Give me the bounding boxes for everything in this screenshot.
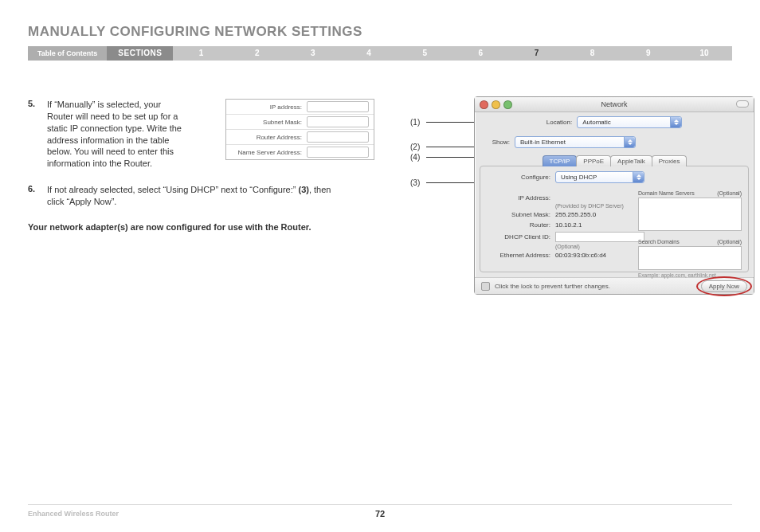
nav-item-9[interactable]: 9 <box>621 46 676 61</box>
nav-toc[interactable]: Table of Contents <box>28 46 107 61</box>
configure-select[interactable]: Using DHCP <box>555 171 644 183</box>
tab-bar: TCP/IP PPPoE AppleTalk Proxies <box>475 155 754 166</box>
nav-sections: SECTIONS <box>107 46 173 61</box>
location-select[interactable]: Automatic <box>577 116 682 128</box>
nav-item-4[interactable]: 4 <box>341 46 397 61</box>
search-domains-optional: (Optional) <box>717 239 742 244</box>
step-5-text: If “Manually” is selected, your Router w… <box>47 99 182 170</box>
ip-address-field[interactable] <box>307 101 369 112</box>
lock-text: Click the lock to prevent further change… <box>495 283 610 290</box>
ip-address-label2: IP Address: <box>487 194 555 201</box>
nav-item-8[interactable]: 8 <box>565 46 621 61</box>
step-5-number: 5. <box>28 99 47 170</box>
search-domains-example: Example: apple.com, earthlink.net <box>638 272 742 278</box>
dns-heading: Domain Name Servers <box>638 190 695 196</box>
router-value: 10.10.2.1 <box>555 221 643 229</box>
dns-optional: (Optional) <box>717 190 742 196</box>
nav-item-2[interactable]: 2 <box>229 46 285 61</box>
callout-4: (4) <box>410 153 420 162</box>
callout-3: (3) <box>410 178 420 187</box>
configure-label: Configure: <box>487 174 555 181</box>
section-nav: Table of Contents SECTIONS 1 2 3 4 5 6 7… <box>28 46 732 61</box>
nav-item-3[interactable]: 3 <box>285 46 341 61</box>
window-title: Network <box>475 100 754 108</box>
chevron-updown-icon <box>624 137 635 147</box>
window-statusbar: Click the lock to prevent further change… <box>475 277 754 294</box>
dhcp-client-id-label: DHCP Client ID: <box>487 233 555 241</box>
router-address-label: Router Address: <box>226 134 307 141</box>
toolbar-toggle-icon[interactable] <box>736 100 749 108</box>
dns-textarea[interactable] <box>638 198 742 231</box>
router-address-field[interactable] <box>307 131 369 143</box>
callout-1: (1) <box>410 118 420 127</box>
nav-item-10[interactable]: 10 <box>676 46 732 61</box>
nav-item-5[interactable]: 5 <box>397 46 452 61</box>
nav-item-6[interactable]: 6 <box>452 46 508 61</box>
callout-2: (2) <box>410 143 420 151</box>
dhcp-client-id-input[interactable] <box>555 232 644 242</box>
name-server-label: Name Server Address: <box>226 149 307 156</box>
ethernet-address-value: 00:03:93:0b:c6:d4 <box>555 252 643 259</box>
subnet-value: 255.255.255.0 <box>555 211 643 218</box>
tab-proxies[interactable]: Proxies <box>652 155 688 166</box>
search-domains-textarea[interactable] <box>638 246 742 270</box>
subnet-mask-field[interactable] <box>307 116 369 127</box>
step-6-number: 6. <box>28 184 47 208</box>
subnet-label: Subnet Mask: <box>487 211 555 218</box>
location-label: Location: <box>546 119 572 126</box>
tab-appletalk[interactable]: AppleTalk <box>610 155 652 166</box>
chevron-updown-icon <box>670 117 681 127</box>
window-titlebar: Network <box>475 97 754 112</box>
apply-now-button[interactable]: Apply Now <box>701 280 747 292</box>
tab-tcpip[interactable]: TCP/IP <box>543 155 578 166</box>
network-window: Network Location: Automatic Show: Built-… <box>474 96 754 295</box>
page-number: 72 <box>28 509 732 518</box>
tcpip-panel: Configure: Using DHCP IP Address: (Provi… <box>480 166 749 272</box>
show-select[interactable]: Built-in Ethernet <box>515 136 636 148</box>
chevron-updown-icon <box>633 172 644 182</box>
step-6-text: If not already selected, select “Using D… <box>47 184 350 208</box>
ethernet-address-label: Ethernet Address: <box>487 252 555 259</box>
static-ip-table: IP address: Subnet Mask: Router Address:… <box>225 99 374 160</box>
ip-address-label: IP address: <box>226 104 307 111</box>
confirmation-text: Your network adapter(s) are now configur… <box>28 222 370 232</box>
page-title: MANUALLY CONFIGURING NETWORK SETTINGS <box>28 24 732 40</box>
tab-pppoe[interactable]: PPPoE <box>576 155 611 166</box>
subnet-mask-label: Subnet Mask: <box>226 119 307 126</box>
name-server-field[interactable] <box>307 147 369 158</box>
page-footer: Enhanced Wireless Router 72 <box>28 504 732 518</box>
nav-item-7[interactable]: 7 <box>508 46 564 61</box>
router-label: Router: <box>487 221 555 229</box>
nav-item-1[interactable]: 1 <box>173 46 229 61</box>
lock-icon[interactable] <box>481 282 490 291</box>
search-domains-heading: Search Domains <box>638 239 680 244</box>
show-label: Show: <box>483 139 510 146</box>
